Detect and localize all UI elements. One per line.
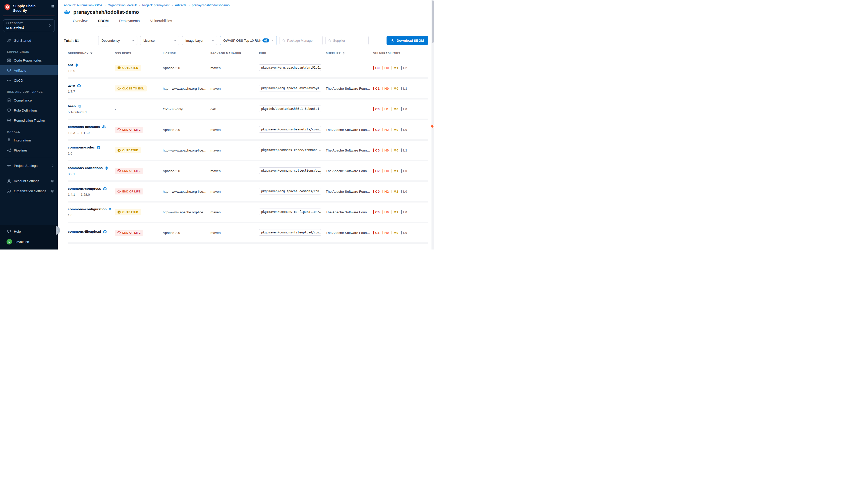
column-supplier[interactable]: SUPPLIER [326, 51, 373, 55]
sidebar-item-get-started[interactable]: Get Started [0, 35, 58, 46]
severity-bar [392, 128, 392, 131]
table-row[interactable]: commons-beanutils 1.8.3 → 1.11.0 END OF [68, 120, 428, 141]
high-count: H0 [383, 148, 389, 152]
severity-bar [373, 107, 374, 111]
table-row[interactable]: commons-collections 3.2.1 END OF LIFE Ap… [68, 161, 428, 182]
table-row[interactable]: commons-configuration 1.6 OUTDATED http-… [68, 203, 428, 223]
sidebar-item-pipelines[interactable]: Pipelines [0, 145, 58, 155]
purl-value[interactable]: pkg:maven/commons-fileupload/com… [259, 229, 321, 236]
owasp-risks-filter-dropdown[interactable]: OWASP OSS Top 10 Risks 01 [220, 36, 277, 45]
apps-grid-icon[interactable] [50, 5, 54, 9]
oss-risk-label: CLOSE TO EOL [122, 87, 144, 90]
medium-count: M0 [392, 148, 398, 152]
license: GPL-3.0-only [163, 107, 183, 111]
oss-risk-cell: END OF LIFE [115, 168, 163, 174]
license: Apache-2.0 [163, 231, 180, 235]
download-sbom-button[interactable]: Download SBOM [386, 36, 428, 45]
breadcrumb-artifacts[interactable]: Artifacts [175, 3, 186, 7]
purl-value[interactable]: pkg:deb/ubuntu/bash@5.1-6ubuntu1 [259, 106, 321, 112]
supplier-search-input[interactable] [333, 39, 366, 42]
sidebar-item-code-repositories[interactable]: Code Repositories [0, 55, 58, 65]
dependency-filter-dropdown[interactable]: Dependency [98, 36, 137, 45]
column-dependency[interactable]: DEPENDENCY [68, 52, 115, 55]
severity-bar [373, 148, 374, 152]
package-manager-search-input[interactable] [287, 39, 320, 42]
oss-risk-cell: OUTDATED [115, 65, 163, 71]
table-row[interactable]: commons-codec 1.6 OUTDATED http---www.ap… [68, 141, 428, 161]
image-layer-filter-dropdown[interactable]: Image Layer [182, 36, 217, 45]
purl-value[interactable]: pkg:maven/commons-collections/co… [259, 167, 321, 174]
dependency-name: ant [68, 63, 73, 67]
purl-value[interactable]: pkg:maven/org.apache.avro/avro@1… [259, 85, 321, 92]
supplier-cell: The Apache Software Foun… [326, 148, 373, 152]
purl-value[interactable]: pkg:maven/commons-codec/commons-… [259, 147, 321, 153]
low-count: L1 [401, 87, 407, 90]
high-count: H0 [383, 169, 389, 173]
oss-risk-label: END OF LIFE [122, 231, 141, 234]
severity-bar [383, 169, 383, 173]
medium-count: M1 [392, 66, 398, 70]
table-body: ant 1.6.5 OUTDATED Apache-2.0 maven p [68, 58, 428, 244]
layers-icon [103, 230, 107, 233]
severity-bar [383, 128, 383, 131]
supplier: The Apache Software Foun… [326, 148, 370, 152]
oss-risk-cell: OUTDATED [115, 209, 163, 215]
sidebar-item-project-settings[interactable]: Project Settings [0, 160, 58, 171]
table-row[interactable]: commons-fileupload END OF LIFE Apache-2.… [68, 223, 428, 244]
low-count: L0 [401, 210, 407, 214]
project-name: pranay-test [6, 25, 48, 29]
breadcrumb-account[interactable]: Account: Automation-SSCA [64, 3, 102, 7]
chevron-down-icon [271, 39, 274, 42]
oss-risk-badge: END OF LIFE [115, 126, 143, 133]
column-label: DEPENDENCY [68, 52, 88, 55]
package-manager-cell: maven [210, 190, 259, 194]
dependency-name: commons-compress [68, 187, 101, 191]
info-icon [51, 190, 54, 193]
purl-value[interactable]: pkg:maven/commons-beanutils/comm… [259, 126, 321, 133]
avatar: L [7, 239, 12, 244]
scrollbar-thumb[interactable] [432, 0, 434, 43]
breadcrumb-project[interactable]: Project: pranay-test [142, 3, 169, 7]
notification-dot[interactable] [431, 125, 434, 128]
column-package-manager: PACKAGE MANAGER [210, 52, 259, 55]
sidebar-item-organization-settings[interactable]: Organization Settings [0, 186, 58, 196]
purl-value[interactable]: pkg:maven/commons-configuration/… [259, 208, 321, 215]
tab-vulnerabilities[interactable]: Vulnerabilities [150, 16, 173, 26]
sidebar-item-integrations[interactable]: Integrations [0, 135, 58, 145]
app-title: Supply Chain Security [13, 4, 48, 13]
user-menu[interactable]: L Lavakush [0, 236, 58, 247]
severity-bar [401, 148, 402, 152]
tab-deployments[interactable]: Deployments [119, 16, 140, 26]
package-manager-cell: deb [210, 107, 259, 111]
low-count: L2 [401, 66, 407, 70]
sidebar-item-remediation-tracker[interactable]: Remediation Tracker [0, 115, 58, 125]
purl-value[interactable]: pkg:maven/org.apache.ant/ant@1.6… [259, 64, 321, 71]
table-row[interactable]: avro 1.7.7 CLOSE TO EOL http---www.apach… [68, 79, 428, 99]
purl-value[interactable]: pkg:maven/org.apache.commons/com… [259, 188, 321, 194]
table-row[interactable]: ant 1.6.5 OUTDATED Apache-2.0 maven p [68, 58, 428, 79]
license-cell: http---www.apache.org-lice… [163, 148, 210, 152]
severity-bar [392, 231, 392, 234]
sidebar-item-artifacts[interactable]: Artifacts [0, 65, 58, 75]
sidebar-item-help[interactable]: Help [0, 227, 58, 236]
sidebar-item-rule-definitions[interactable]: Rule Definitions [0, 105, 58, 115]
dependency-name: commons-collections [68, 166, 103, 170]
infinity-icon [7, 78, 11, 82]
project-selector[interactable]: PROJECT pranay-test [3, 19, 55, 32]
sidebar-item-account-settings[interactable]: Account Settings [0, 176, 58, 186]
breadcrumb-organization[interactable]: Organization: default [108, 3, 137, 7]
ban-icon [117, 169, 121, 173]
table-row[interactable]: bash 5.1-6ubuntu1 - GPL-3.0-only deb pkg… [68, 99, 428, 120]
plug-icon [7, 138, 11, 142]
tab-overview[interactable]: Overview [72, 16, 88, 26]
purl-cell: pkg:deb/ubuntu/bash@5.1-6ubuntu1 [259, 106, 326, 113]
package-manager-cell: maven [210, 128, 259, 132]
breadcrumb-current-artifact[interactable]: pranaycshah/todolist-demo [192, 3, 230, 7]
sidebar-item-cicd[interactable]: CI/CD [0, 75, 58, 85]
tab-sbom[interactable]: SBOM [97, 16, 109, 26]
license-filter-dropdown[interactable]: License [140, 36, 179, 45]
supplier: The Apache Software Foun… [326, 169, 370, 173]
table-row[interactable]: commons-compress 1.4.1 → 1.28.0 END OF [68, 182, 428, 203]
sidebar-item-compliance[interactable]: Compliance [0, 95, 58, 105]
supplier: The Apache Software Foun… [326, 128, 370, 132]
